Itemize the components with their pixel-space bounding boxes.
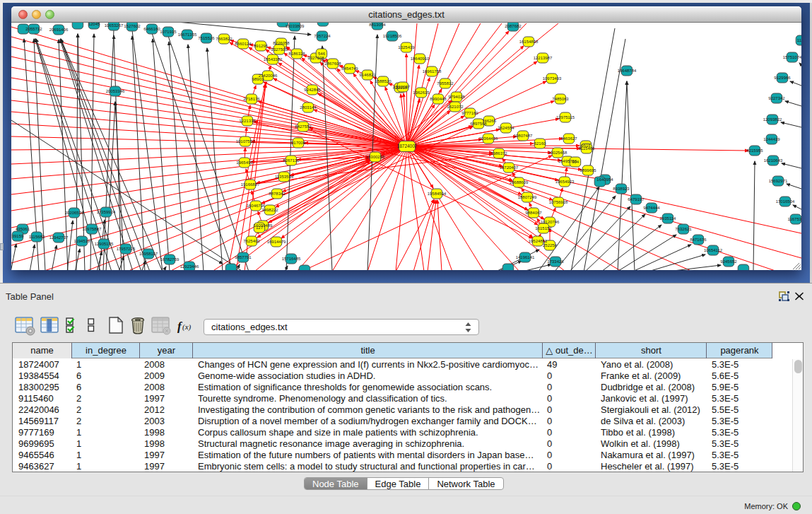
svg-text:2087682: 2087682 <box>505 24 522 28</box>
svg-text:9146821: 9146821 <box>359 73 376 77</box>
svg-text:1527602: 1527602 <box>124 24 141 28</box>
svg-text:10807487: 10807487 <box>514 134 533 138</box>
svg-text:17359924: 17359924 <box>97 210 116 214</box>
svg-text:1733426: 1733426 <box>547 259 564 264</box>
svg-text:917004: 917004 <box>291 141 306 145</box>
svg-text:1071915: 1071915 <box>160 30 177 34</box>
svg-text:20691406: 20691406 <box>49 28 69 32</box>
svg-text:12942737: 12942737 <box>49 235 69 240</box>
svg-text:8427552: 8427552 <box>295 124 312 129</box>
svg-text:10653267: 10653267 <box>105 23 124 28</box>
svg-text:12975115: 12975115 <box>556 115 575 119</box>
svg-text:16914479: 16914479 <box>267 240 286 244</box>
svg-text:8186328: 8186328 <box>288 52 305 56</box>
svg-text:98901: 98901 <box>252 77 264 81</box>
svg-text:12093822: 12093822 <box>763 117 782 122</box>
svg-text:12905135: 12905135 <box>95 242 114 246</box>
svg-text:10025458: 10025458 <box>548 151 567 155</box>
svg-text:39159: 39159 <box>12 234 24 238</box>
svg-text:14196141: 14196141 <box>516 255 535 259</box>
svg-text:7955812: 7955812 <box>437 81 454 86</box>
svg-text:1362615: 1362615 <box>413 90 430 95</box>
svg-text:12045: 12045 <box>88 23 100 26</box>
svg-text:(x): (x) <box>182 322 192 332</box>
svg-text:2935114: 2935114 <box>660 216 677 221</box>
svg-text:8267130: 8267130 <box>283 158 300 163</box>
svg-text:12923446: 12923446 <box>180 264 199 269</box>
svg-text:127: 127 <box>256 226 264 230</box>
svg-text:8660124: 8660124 <box>235 42 252 46</box>
svg-text:7663822: 7663822 <box>216 37 233 41</box>
svg-text:922037: 922037 <box>396 85 411 89</box>
svg-text:1325419: 1325419 <box>398 45 415 49</box>
svg-text:9129966: 9129966 <box>774 76 791 80</box>
svg-text:10120746: 10120746 <box>541 220 560 224</box>
svg-text:18640910: 18640910 <box>411 57 430 61</box>
svg-text:10958117: 10958117 <box>139 252 158 256</box>
svg-text:2055712: 2055712 <box>25 27 42 31</box>
svg-text:10654112: 10654112 <box>704 248 723 252</box>
svg-text:16648784: 16648784 <box>618 69 637 73</box>
svg-text:8990448: 8990448 <box>430 97 447 101</box>
svg-text:1621072: 1621072 <box>447 105 464 109</box>
svg-text:16782759: 16782759 <box>160 257 180 262</box>
svg-text:10973493: 10973493 <box>543 76 562 81</box>
svg-text:18807249: 18807249 <box>518 195 537 199</box>
svg-text:12213987: 12213987 <box>534 56 553 60</box>
svg-text:435061: 435061 <box>16 227 30 231</box>
svg-text:16671355: 16671355 <box>178 33 197 37</box>
svg-text:6897568: 6897568 <box>470 122 487 126</box>
svg-text:9777169: 9777169 <box>461 111 478 115</box>
svg-text:1117: 1117 <box>797 38 801 42</box>
svg-text:604: 604 <box>572 160 579 164</box>
svg-text:19654923: 19654923 <box>555 180 575 184</box>
svg-text:1588520: 1588520 <box>375 79 392 83</box>
svg-text:8454749: 8454749 <box>341 66 358 71</box>
svg-text:17016504: 17016504 <box>776 199 795 204</box>
svg-text:2718176: 2718176 <box>243 97 260 101</box>
svg-text:9884067: 9884067 <box>525 211 542 215</box>
svg-text:6479197: 6479197 <box>628 197 645 201</box>
svg-text:17957225: 17957225 <box>117 247 136 251</box>
svg-text:20053346: 20053346 <box>106 89 125 93</box>
svg-text:10688609: 10688609 <box>510 180 529 185</box>
svg-text:1167533: 1167533 <box>788 217 801 221</box>
svg-text:9227342: 9227342 <box>768 96 785 100</box>
svg-text:7632621: 7632621 <box>675 227 692 231</box>
svg-text:19584594: 19584594 <box>428 192 447 196</box>
svg-text:15716485: 15716485 <box>282 257 301 261</box>
svg-text:6466160: 6466160 <box>143 27 160 31</box>
svg-text:20364436: 20364436 <box>479 136 498 141</box>
svg-text:16543382: 16543382 <box>264 57 283 62</box>
svg-text:15692971: 15692971 <box>769 179 788 183</box>
svg-text:10756928: 10756928 <box>549 200 568 204</box>
svg-text:8471676: 8471676 <box>690 238 707 242</box>
svg-text:891295: 891295 <box>254 44 269 48</box>
svg-text:16210643: 16210643 <box>764 158 783 163</box>
svg-text:1115682: 1115682 <box>29 235 45 239</box>
svg-text:8878342: 8878342 <box>269 192 286 196</box>
svg-text:1615152: 1615152 <box>535 226 552 230</box>
svg-text:546: 546 <box>318 52 326 56</box>
svg-text:2867608: 2867608 <box>324 62 341 66</box>
svg-text:15751074: 15751074 <box>783 55 801 59</box>
svg-text:1194519: 1194519 <box>74 239 91 243</box>
svg-text:18300295: 18300295 <box>366 155 385 159</box>
svg-text:8215955: 8215955 <box>746 148 763 153</box>
svg-text:252254: 252254 <box>543 243 558 247</box>
svg-text:7357224: 7357224 <box>314 34 331 38</box>
svg-text:10975887: 10975887 <box>83 227 102 231</box>
svg-text:10107552: 10107552 <box>236 139 255 144</box>
svg-text:1244419: 1244419 <box>763 137 780 141</box>
svg-text:9115460: 9115460 <box>579 146 596 151</box>
svg-text:9327508: 9327508 <box>307 56 324 60</box>
svg-text:7986372: 7986372 <box>490 151 507 156</box>
svg-text:16033809: 16033809 <box>286 24 305 28</box>
svg-text:11353594: 11353594 <box>275 175 294 179</box>
svg-text:19218506: 19218506 <box>383 34 402 38</box>
svg-text:7485063: 7485063 <box>552 97 569 101</box>
svg-text:9242845: 9242845 <box>304 88 321 92</box>
svg-text:7625402: 7625402 <box>243 239 260 243</box>
svg-text:9463627: 9463627 <box>560 136 577 141</box>
svg-text:9327505: 9327505 <box>271 47 288 52</box>
